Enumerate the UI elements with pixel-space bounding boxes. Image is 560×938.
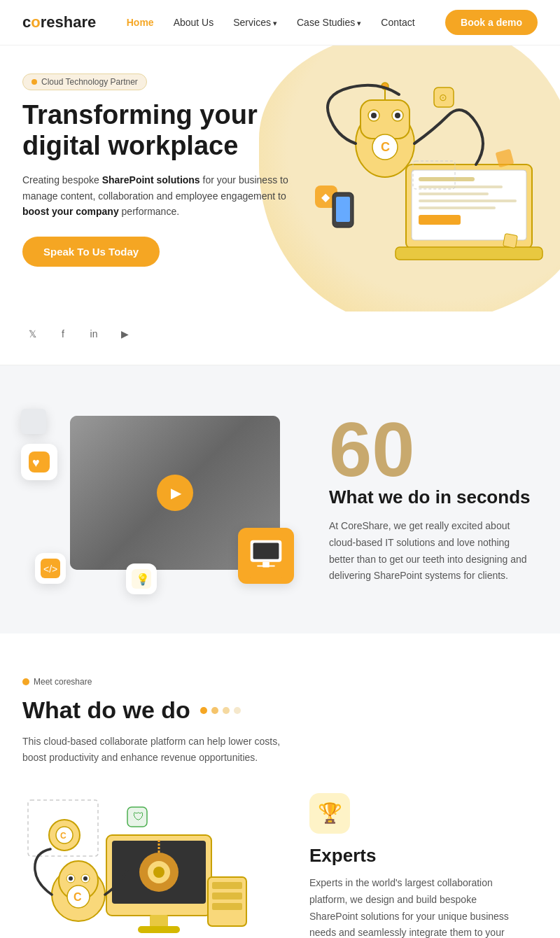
monitor-icon [244, 533, 288, 579]
svg-rect-79 [212, 903, 242, 910]
hero-description: Creating bespoke SharePoint solutions fo… [22, 172, 302, 219]
heart-icon: ♥ [29, 451, 50, 472]
hero-illustration: C ◆ ⊙ [294, 52, 553, 284]
floating-bulb: 💡 [126, 564, 157, 594]
svg-rect-5 [419, 192, 489, 195]
svg-text:♥: ♥ [32, 456, 40, 470]
floating-heart: ♥ [21, 444, 57, 480]
code-icon: </> [41, 559, 60, 578]
svg-point-14 [395, 113, 400, 118]
svg-text:⊙: ⊙ [439, 92, 447, 103]
svg-rect-77 [212, 882, 242, 889]
social-facebook[interactable]: f [53, 324, 73, 344]
nav-links: Home About Us Services Case Studies Cont… [127, 17, 415, 28]
hero-content: Cloud Technology Partner Transforming yo… [22, 74, 302, 267]
svg-text:</>: </> [43, 564, 57, 575]
nav-case-studies[interactable]: Case Studies [297, 17, 361, 28]
hero-section: Cloud Technology Partner Transforming yo… [0, 46, 560, 312]
dots-decoration [200, 707, 241, 714]
what-section: Meet coreshare What do we do This cloud-… [0, 634, 560, 938]
dot-3 [223, 707, 230, 714]
svg-rect-47 [138, 926, 180, 933]
nav-contact[interactable]: Contact [381, 17, 414, 28]
badge-label: Cloud Technology Partner [41, 77, 138, 87]
svg-text:C: C [381, 140, 390, 154]
trophy-icon: 🏆 [318, 802, 342, 825]
svg-point-44 [153, 867, 164, 878]
svg-text:💡: 💡 [136, 573, 150, 586]
big-number: 60 [329, 414, 532, 484]
svg-point-12 [371, 113, 377, 118]
badge-dot [31, 79, 37, 85]
svg-text:◆: ◆ [321, 191, 330, 203]
social-youtube[interactable]: ▶ [115, 324, 134, 344]
section-badge-dot [22, 678, 29, 685]
logo-rest: reshare [41, 13, 97, 31]
social-row: 𝕏 f in ▶ [0, 312, 560, 365]
video-right: 60 What we do in seconds At CoreShare, w… [308, 400, 560, 598]
bulb-icon: 💡 [132, 569, 151, 589]
floating-code: </> [35, 553, 66, 584]
nav-home[interactable]: Home [127, 17, 154, 28]
experts-description: Experts in the world's largest collabora… [309, 875, 515, 938]
svg-rect-26 [503, 234, 518, 248]
book-demo-button[interactable]: Book a demo [445, 10, 538, 35]
hero-badge: Cloud Technology Partner [22, 74, 147, 90]
what-heading: What do we do [22, 696, 538, 724]
logo-core: c [22, 13, 31, 31]
svg-rect-8 [419, 215, 461, 225]
svg-rect-4 [419, 186, 503, 188]
floating-monitor [238, 528, 294, 584]
svg-rect-7 [419, 206, 496, 209]
speak-to-us-button[interactable]: Speak To Us Today [22, 237, 160, 267]
svg-rect-24 [336, 197, 350, 222]
experts-svg: C C [22, 793, 260, 938]
svg-point-55 [83, 876, 88, 881]
what-description: This cloud-based collaborate platform ca… [22, 734, 288, 765]
svg-point-53 [69, 876, 73, 881]
section-badge-meet: Meet coreshare [22, 677, 92, 687]
svg-text:C: C [74, 891, 82, 903]
svg-rect-6 [419, 200, 517, 202]
dot-1 [200, 707, 207, 714]
play-button[interactable] [157, 475, 193, 511]
svg-rect-36 [253, 542, 279, 559]
hero-illustration-svg: C ◆ ⊙ [294, 52, 553, 284]
svg-text:🛡: 🛡 [133, 811, 144, 822]
video-section: ♥ • INT </> 💡 [0, 365, 560, 634]
floating-square [21, 409, 46, 434]
nav-services[interactable]: Services [233, 17, 277, 28]
expert-icon-box: 🏆 [309, 793, 350, 834]
video-heading: What we do in seconds [329, 486, 532, 508]
social-linkedin[interactable]: in [84, 324, 104, 344]
svg-rect-3 [419, 177, 475, 181]
logo-dot: o [31, 13, 40, 31]
social-twitter[interactable]: 𝕏 [22, 324, 42, 344]
svg-rect-46 [150, 915, 168, 927]
svg-rect-78 [212, 892, 242, 899]
section-badge-label: Meet coreshare [34, 677, 92, 687]
nav-about[interactable]: About Us [174, 17, 214, 28]
video-left: ♥ • INT </> 💡 [14, 402, 308, 598]
experts-illustration: C C [22, 793, 274, 938]
experts-heading: Experts [309, 845, 515, 867]
dot-2 [211, 707, 218, 714]
svg-rect-38 [262, 561, 270, 567]
hero-heading: Transforming your digital workplace [22, 100, 302, 161]
dot-4 [234, 707, 241, 714]
svg-text:C: C [60, 831, 66, 841]
navbar: c o reshare Home About Us Services Case … [0, 0, 560, 46]
experts-right: 🏆 Experts Experts in the world's largest… [295, 779, 538, 938]
logo[interactable]: c o reshare [22, 13, 96, 31]
video-description: At CoreShare, we get really excited abou… [329, 518, 532, 584]
svg-rect-2 [396, 247, 542, 260]
experts-section: C C [22, 765, 538, 938]
